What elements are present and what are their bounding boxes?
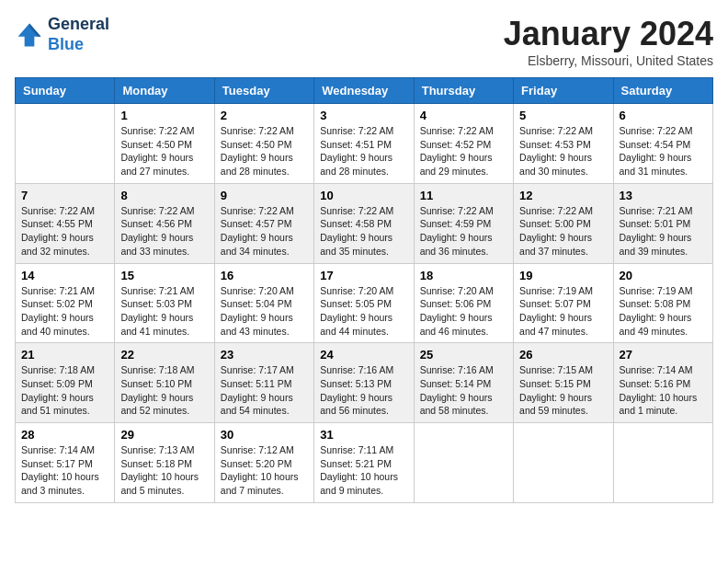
title-area: January 2024 Elsberry, Missouri, United …: [504, 15, 713, 68]
day-number: 27: [620, 348, 707, 362]
calendar-cell: 15Sunrise: 7:21 AMSunset: 5:03 PMDayligh…: [115, 263, 214, 343]
day-info: Sunrise: 7:18 AMSunset: 5:10 PMDaylight:…: [120, 363, 208, 418]
logo-text-general: General: [48, 15, 109, 35]
weekday-header-row: SundayMondayTuesdayWednesdayThursdayFrid…: [16, 78, 713, 104]
calendar-cell: 1Sunrise: 7:22 AMSunset: 4:50 PMDaylight…: [115, 104, 214, 184]
calendar-cell: 20Sunrise: 7:19 AMSunset: 5:08 PMDayligh…: [613, 263, 712, 343]
logo-text-blue: Blue: [48, 35, 109, 55]
day-info: Sunrise: 7:22 AMSunset: 4:52 PMDaylight:…: [420, 124, 507, 178]
weekday-header-thursday: Thursday: [414, 78, 513, 104]
calendar-week-row: 1Sunrise: 7:22 AMSunset: 4:50 PMDaylight…: [16, 104, 713, 184]
day-number: 30: [221, 428, 308, 442]
day-info: Sunrise: 7:16 AMSunset: 5:14 PMDaylight:…: [420, 363, 507, 418]
weekday-header-tuesday: Tuesday: [214, 78, 313, 104]
day-number: 19: [519, 269, 607, 282]
calendar-cell: 7Sunrise: 7:22 AMSunset: 4:55 PMDaylight…: [16, 183, 115, 263]
calendar-cell: 28Sunrise: 7:14 AMSunset: 5:17 PMDayligh…: [16, 423, 115, 503]
day-info: Sunrise: 7:12 AMSunset: 5:20 PMDaylight:…: [221, 443, 308, 498]
day-number: 8: [120, 189, 208, 202]
logo-icon: [15, 20, 44, 50]
day-info: Sunrise: 7:14 AMSunset: 5:17 PMDaylight:…: [21, 443, 108, 498]
day-number: 22: [120, 348, 208, 362]
day-info: Sunrise: 7:22 AMSunset: 4:55 PMDaylight:…: [21, 204, 108, 259]
day-number: 31: [320, 428, 407, 442]
weekday-header-monday: Monday: [115, 78, 214, 104]
day-info: Sunrise: 7:22 AMSunset: 4:58 PMDaylight:…: [320, 204, 407, 259]
day-info: Sunrise: 7:21 AMSunset: 5:01 PMDaylight:…: [620, 204, 707, 259]
header: General Blue January 2024 Elsberry, Miss…: [15, 15, 713, 68]
calendar-cell: 2Sunrise: 7:22 AMSunset: 4:50 PMDaylight…: [214, 104, 313, 184]
day-number: 4: [420, 109, 507, 122]
calendar-cell: 10Sunrise: 7:22 AMSunset: 4:58 PMDayligh…: [314, 183, 414, 263]
day-number: 2: [221, 109, 308, 122]
day-number: 9: [221, 189, 308, 202]
calendar-cell: 21Sunrise: 7:18 AMSunset: 5:09 PMDayligh…: [16, 343, 115, 423]
calendar-header: SundayMondayTuesdayWednesdayThursdayFrid…: [16, 78, 713, 104]
day-info: Sunrise: 7:22 AMSunset: 4:50 PMDaylight:…: [221, 124, 308, 178]
day-number: 6: [620, 109, 707, 122]
day-number: 10: [320, 189, 407, 202]
calendar-table: SundayMondayTuesdayWednesdayThursdayFrid…: [15, 77, 713, 503]
day-info: Sunrise: 7:19 AMSunset: 5:08 PMDaylight:…: [620, 284, 707, 339]
day-number: 16: [221, 269, 308, 282]
day-number: 11: [420, 189, 507, 202]
day-number: 20: [620, 269, 707, 282]
day-number: 3: [320, 109, 407, 122]
day-number: 24: [320, 348, 407, 362]
day-number: 17: [320, 269, 407, 282]
weekday-header-wednesday: Wednesday: [314, 78, 414, 104]
calendar-cell: [613, 423, 712, 503]
calendar-cell: 8Sunrise: 7:22 AMSunset: 4:56 PMDaylight…: [115, 183, 214, 263]
calendar-cell: 24Sunrise: 7:16 AMSunset: 5:13 PMDayligh…: [314, 343, 414, 423]
calendar-cell: 17Sunrise: 7:20 AMSunset: 5:05 PMDayligh…: [314, 263, 414, 343]
day-info: Sunrise: 7:22 AMSunset: 4:51 PMDaylight:…: [320, 124, 407, 178]
calendar-week-row: 7Sunrise: 7:22 AMSunset: 4:55 PMDaylight…: [16, 183, 713, 263]
weekday-header-saturday: Saturday: [613, 78, 712, 104]
day-info: Sunrise: 7:22 AMSunset: 4:56 PMDaylight:…: [120, 204, 208, 259]
day-number: 7: [21, 189, 108, 202]
day-number: 14: [21, 269, 108, 282]
day-info: Sunrise: 7:21 AMSunset: 5:03 PMDaylight:…: [120, 284, 208, 339]
calendar-cell: 29Sunrise: 7:13 AMSunset: 5:18 PMDayligh…: [115, 423, 214, 503]
calendar-title: January 2024: [504, 15, 713, 53]
calendar-subtitle: Elsberry, Missouri, United States: [504, 53, 713, 68]
day-number: 28: [21, 428, 108, 442]
calendar-cell: 6Sunrise: 7:22 AMSunset: 4:54 PMDaylight…: [613, 104, 712, 184]
day-number: 1: [120, 109, 208, 122]
calendar-week-row: 21Sunrise: 7:18 AMSunset: 5:09 PMDayligh…: [16, 343, 713, 423]
calendar-cell: 19Sunrise: 7:19 AMSunset: 5:07 PMDayligh…: [514, 263, 613, 343]
calendar-cell: 3Sunrise: 7:22 AMSunset: 4:51 PMDaylight…: [314, 104, 414, 184]
day-number: 18: [420, 269, 507, 282]
day-number: 25: [420, 348, 507, 362]
day-info: Sunrise: 7:22 AMSunset: 4:59 PMDaylight:…: [420, 204, 507, 259]
day-info: Sunrise: 7:15 AMSunset: 5:15 PMDaylight:…: [519, 363, 607, 418]
day-info: Sunrise: 7:20 AMSunset: 5:04 PMDaylight:…: [221, 284, 308, 339]
calendar-cell: [414, 423, 513, 503]
day-info: Sunrise: 7:22 AMSunset: 4:53 PMDaylight:…: [519, 124, 607, 178]
calendar-cell: 14Sunrise: 7:21 AMSunset: 5:02 PMDayligh…: [16, 263, 115, 343]
day-info: Sunrise: 7:21 AMSunset: 5:02 PMDaylight:…: [21, 284, 108, 339]
day-number: 15: [120, 269, 208, 282]
logo: General Blue: [15, 15, 109, 54]
day-number: 23: [221, 348, 308, 362]
day-number: 13: [620, 189, 707, 202]
calendar-cell: 23Sunrise: 7:17 AMSunset: 5:11 PMDayligh…: [214, 343, 313, 423]
calendar-body: 1Sunrise: 7:22 AMSunset: 4:50 PMDaylight…: [16, 104, 713, 503]
day-info: Sunrise: 7:16 AMSunset: 5:13 PMDaylight:…: [320, 363, 407, 418]
day-info: Sunrise: 7:22 AMSunset: 4:54 PMDaylight:…: [620, 124, 707, 178]
calendar-cell: 26Sunrise: 7:15 AMSunset: 5:15 PMDayligh…: [514, 343, 613, 423]
day-info: Sunrise: 7:11 AMSunset: 5:21 PMDaylight:…: [320, 443, 407, 498]
calendar-cell: 16Sunrise: 7:20 AMSunset: 5:04 PMDayligh…: [214, 263, 313, 343]
day-info: Sunrise: 7:20 AMSunset: 5:05 PMDaylight:…: [320, 284, 407, 339]
calendar-cell: 18Sunrise: 7:20 AMSunset: 5:06 PMDayligh…: [414, 263, 513, 343]
calendar-cell: 25Sunrise: 7:16 AMSunset: 5:14 PMDayligh…: [414, 343, 513, 423]
calendar-cell: 13Sunrise: 7:21 AMSunset: 5:01 PMDayligh…: [613, 183, 712, 263]
calendar-cell: 27Sunrise: 7:14 AMSunset: 5:16 PMDayligh…: [613, 343, 712, 423]
day-number: 5: [519, 109, 607, 122]
calendar-cell: [514, 423, 613, 503]
day-info: Sunrise: 7:22 AMSunset: 5:00 PMDaylight:…: [519, 204, 607, 259]
calendar-cell: 11Sunrise: 7:22 AMSunset: 4:59 PMDayligh…: [414, 183, 513, 263]
day-info: Sunrise: 7:17 AMSunset: 5:11 PMDaylight:…: [221, 363, 308, 418]
calendar-cell: 12Sunrise: 7:22 AMSunset: 5:00 PMDayligh…: [514, 183, 613, 263]
calendar-week-row: 14Sunrise: 7:21 AMSunset: 5:02 PMDayligh…: [16, 263, 713, 343]
